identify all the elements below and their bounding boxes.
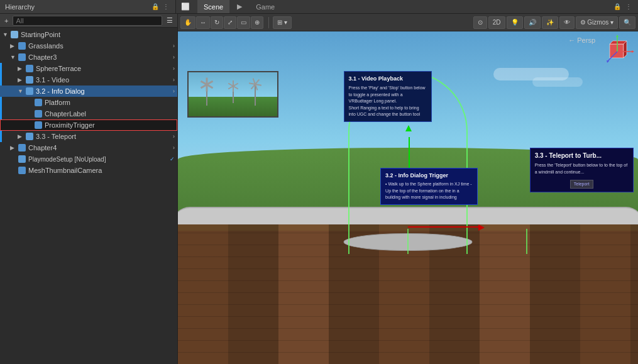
hierarchy-tree: ▼ StartingPoint ▶ Grasslands › ▼ Chapter… (0, 28, 177, 364)
tree-item-proximity-trigger[interactable]: ProximityTrigger (0, 119, 177, 131)
svg-marker-6 (616, 35, 619, 37)
tree-item-chapter3[interactable]: ▼ Chapter3 › (0, 52, 177, 63)
scale-tool-button[interactable]: ⤢ (224, 16, 236, 29)
separator (268, 17, 269, 28)
arch-left-base (407, 229, 409, 254)
svg-marker-2 (624, 41, 627, 58)
scene-lock-icon[interactable]: 🔒 (613, 3, 622, 11)
tree-item-playmode-setup[interactable]: PlaymodeSetup [NoUpload] ✓ (0, 153, 177, 165)
nav-arrow: › (173, 54, 175, 60)
gizmo-red-shaft (408, 226, 480, 228)
scene-toolbar: ✋ ↔ ↻ ⤢ ▭ ⊕ ⊞ ▾ ⊙ 2D 💡 🔊 ✨ 👁 ⚙ Gizmos ▾ … (178, 14, 638, 31)
search-input[interactable] (13, 16, 162, 26)
tree-item-31-video[interactable]: ▶ 3.1 - Video › (0, 74, 177, 85)
hidden-button[interactable]: 👁 (559, 16, 575, 29)
nav-arrow: › (173, 145, 175, 151)
panel-title: 3.3 - Teleport to Turb... (535, 152, 629, 160)
lock-icon[interactable]: 🔒 (151, 3, 160, 11)
turbine-pole-3 (255, 84, 256, 106)
tree-item-grasslands[interactable]: ▶ Grasslands › (0, 40, 177, 52)
scene-viewport[interactable]: 3.1 - Video Playback Press the 'Play' an… (178, 31, 638, 364)
item-label: PlaymodeSetup [NoUpload] (28, 156, 168, 163)
nav-arrow: › (173, 88, 175, 94)
more-icon[interactable]: ⋮ (162, 3, 170, 11)
tree-item-chapter-label[interactable]: ChapterLabel (0, 108, 177, 119)
badge-icon: ✓ (170, 156, 175, 162)
gizmo-cube[interactable] (600, 35, 635, 69)
tab-scene[interactable]: Scene (197, 0, 229, 13)
nav-arrow: › (173, 77, 175, 83)
cube-3d-icon (25, 87, 34, 96)
hierarchy-controls: 🔒 ⋮ (151, 3, 170, 11)
cube-icon (34, 98, 43, 107)
scene-more-icon[interactable]: ⋮ (624, 3, 633, 11)
gizmo-red-arrow (478, 224, 485, 231)
nav-arrow: › (173, 65, 175, 72)
tree-item-sphere-terrace[interactable]: ▶ SphereTerrace › (0, 63, 177, 74)
teleport-button[interactable]: Teleport (570, 180, 593, 189)
panel-text-2: Short Ranging a text to help to bring in… (349, 105, 427, 118)
tree-item-chapter4[interactable]: ▶ Chapter4 › (0, 142, 177, 153)
hand-tool-button[interactable]: ✋ (180, 16, 195, 29)
scene-header: ⬜ Scene ▶ Game 🔒 ⋮ (176, 0, 638, 13)
expand-icon: ▼ (18, 88, 25, 94)
2d-toggle[interactable]: 2D (488, 16, 505, 29)
cube-icon (34, 121, 43, 130)
panel-title: 3.1 - Video Playback (349, 75, 427, 83)
audio-button[interactable]: 🔊 (524, 16, 541, 29)
tree-item-mesh-thumbnail[interactable]: MeshThumbnailCamera (0, 165, 177, 176)
tree-item-32-info-dialog[interactable]: ▼ 3.2 - Info Dialog › (0, 85, 177, 97)
nav-arrow: › (173, 133, 175, 140)
cloud (532, 77, 583, 87)
move-tool-button[interactable]: ↔ (196, 16, 210, 29)
cube-icon (18, 166, 26, 175)
blue-bar-container: ▶ SphereTerrace › ▶ 3.1 - Video › ▼ 3.2 … (0, 63, 177, 142)
expand-icon: ▶ (10, 145, 18, 151)
teleport-panel: 3.3 - Teleport to Turb... Press the 'Tel… (530, 148, 634, 192)
svg-marker-4 (632, 50, 634, 53)
tab-game[interactable]: Game (250, 0, 281, 13)
scene-panel: ✋ ↔ ↻ ⤢ ▭ ⊕ ⊞ ▾ ⊙ 2D 💡 🔊 ✨ 👁 ⚙ Gizmos ▾ … (178, 14, 638, 364)
item-label: Grasslands (28, 42, 173, 50)
item-label: SphereTerrace (36, 65, 173, 72)
info-dialog-panel: 3.2 - Info Dialog Trigger • Walk up to t… (380, 168, 478, 205)
tree-item-33-teleport[interactable]: ▶ 3.3 - Teleport › (0, 131, 177, 142)
panel-text: Press the 'Teleport' button below to to … (535, 162, 629, 175)
turbine-pole-2 (233, 85, 234, 103)
main-content: + ☰ ▼ StartingPoint ▶ Grasslands › ▼ (0, 14, 638, 364)
nav-arrow: › (173, 43, 175, 49)
persp-toggle[interactable]: ⊙ (473, 16, 487, 29)
rect-tool-button[interactable]: ▭ (237, 16, 250, 29)
cube-icon (34, 109, 43, 118)
rotate-tool-button[interactable]: ↻ (211, 16, 223, 29)
item-label: MeshThumbnailCamera (28, 167, 175, 174)
expand-icon: ▼ (10, 54, 18, 60)
persp-label: ← Persp (568, 36, 595, 44)
tree-item-starting-point[interactable]: ▼ StartingPoint (0, 29, 177, 40)
turbine-pole-1 (206, 84, 207, 106)
add-button[interactable]: + (3, 17, 10, 25)
hierarchy-title: Hierarchy (5, 3, 35, 11)
cube-icon (18, 41, 26, 50)
video-panel (187, 71, 278, 118)
gizmos-button[interactable]: ⚙ Gizmos ▾ (576, 16, 618, 29)
lighting-button[interactable]: 💡 (507, 16, 523, 29)
hierarchy-menu-icon[interactable]: ☰ (165, 16, 175, 25)
cube-3d-icon (25, 75, 34, 84)
svg-rect-0 (610, 44, 624, 58)
item-label: Chapter3 (28, 53, 173, 61)
layout-button[interactable]: ⊞ ▾ (273, 16, 292, 29)
effects-button[interactable]: ✨ (542, 16, 558, 29)
expand-icon: ▶ (18, 77, 25, 83)
expand-icon: ▶ (18, 65, 25, 72)
cube-icon (18, 53, 26, 62)
hierarchy-panel: + ☰ ▼ StartingPoint ▶ Grasslands › ▼ (0, 14, 178, 364)
tree-item-platform[interactable]: Platform (0, 97, 177, 108)
item-label: 3.1 - Video (36, 76, 173, 84)
search-scene-button[interactable]: 🔍 (619, 16, 635, 29)
transform-tool-button[interactable]: ⊕ (251, 16, 263, 29)
expand-icon: ▶ (18, 133, 25, 140)
arch-right-base (526, 229, 527, 254)
panel-text: Press the 'Play' and 'Stop' button below… (349, 85, 427, 105)
video-playback-panel: 3.1 - Video Playback Press the 'Play' an… (344, 71, 432, 121)
